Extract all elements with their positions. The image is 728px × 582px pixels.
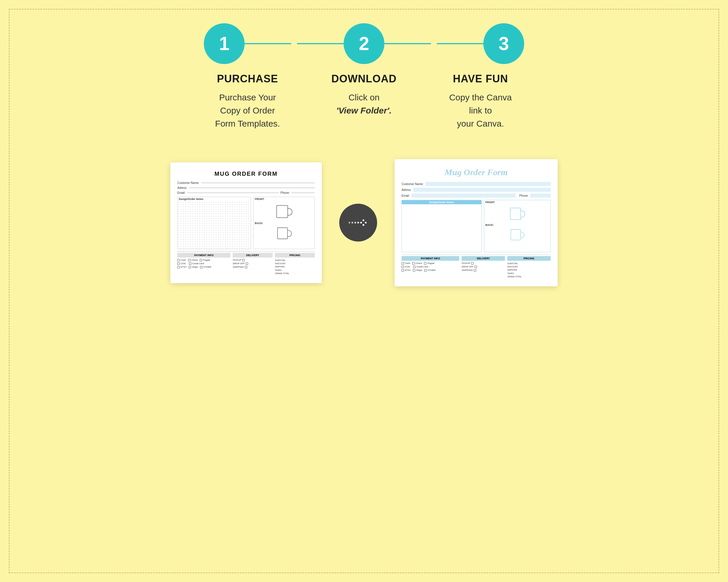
step-2-container: 2 DOWNLOAD Click on 'View Folder'. [306,23,422,117]
styled-dropoff-box[interactable] [475,266,477,268]
plain-dropoff-box[interactable] [246,262,248,265]
svg-rect-0 [277,205,288,218]
arrow-circle [339,204,377,242]
plain-form-title: MUG ORDER FORM [177,170,315,177]
step-3-desc: Copy the Canva link to your Canva. [449,91,512,130]
styled-pricing-rows: SUBTOTAL DISCOUNT SHIPPING TAXES GRAND T… [507,262,551,278]
svg-rect-11 [511,230,521,240]
steps-section: 1 PURCHASE Purchase Your Copy of Order F… [0,23,728,130]
step-2-desc-line1: Click on [348,92,380,102]
styled-cb-cod: COD Credit Card [401,266,459,268]
styled-grid-section: Design/Order Notes FRONT: BACK: [401,200,551,252]
styled-cb-cod-box[interactable] [401,266,404,268]
styled-mug-back-svg [510,228,525,242]
plain-mug-front [254,204,314,220]
step-1-desc: Purchase Your Copy of Order Form Templat… [215,91,280,130]
plain-cb-paypal-label: Paypal [203,259,210,261]
svg-point-7 [363,219,364,221]
plain-cb-paypal-box[interactable] [200,259,202,261]
step-1-circle: 1 [204,23,244,64]
svg-point-8 [365,222,367,223]
styled-delivery-dropoff: DROP OFF [462,266,505,268]
styled-customer-name-row: Customer Name: [401,182,551,186]
svg-point-5 [357,222,359,223]
plain-pricing-shipping: SHIPPING [275,265,315,268]
styled-pricing-subtotal: SUBTOTAL [507,262,551,265]
arrow-icon [346,215,370,230]
styled-cb-etsy-box[interactable] [401,269,404,272]
styled-cb-cc-box[interactable] [413,266,416,268]
styled-cb-stripe-box[interactable] [413,269,415,272]
step-2-desc: Click on 'View Folder'. [336,91,392,117]
plain-cb-etsy-box[interactable] [177,266,180,268]
plain-grid-section: Design/Order Notes FRONT: BACK: [177,197,315,249]
styled-customer-name-label: Customer Name: [401,183,424,186]
svg-rect-1 [278,228,288,239]
plain-cb-cod-box[interactable] [177,262,180,265]
styled-phone-label: Phone: [519,194,528,197]
styled-address-label: Adress: [401,188,412,192]
svg-point-6 [360,222,362,223]
plain-email-phone-row: Email: Phone: [177,191,315,194]
plain-pricing-taxes: TAXES [275,269,315,272]
styled-cb-etsy-label: ETSY [405,269,411,272]
styled-cb-check-label: Check [416,262,422,265]
styled-cb-cod-label: COD [405,266,410,268]
styled-shipping-label: SHIPPING [462,269,473,272]
plain-mug-area: FRONT: BACK: [253,197,315,249]
step-2-circle: 2 [344,23,384,64]
styled-pickup-box[interactable] [471,262,473,265]
plain-cb-cash-box[interactable] [177,259,180,261]
styled-address-input [413,188,551,192]
styled-cb-check-box[interactable] [412,262,415,265]
plain-cb-etsy-label: ETSY [181,266,187,268]
plain-shipping-box[interactable] [245,266,247,268]
styled-pricing-grandtotal: GRAND TOTAL [507,275,551,278]
styled-cb-cash-label: Cash [405,262,410,265]
plain-address-line [189,188,315,188]
step-2-desc-bold: 'View Folder'. [336,106,392,115]
plain-pickup-box[interactable] [242,259,244,261]
styled-form-title: Mug Order Form [401,167,551,177]
step-1-desc-line2: Copy of Order [220,106,275,115]
svg-point-4 [355,222,356,223]
step-3-circle-row: 3 [422,23,539,64]
styled-cb-paypal-box[interactable] [424,262,426,265]
plain-cb-cod-label: COD [181,262,186,265]
step-1-desc-line3: Form Templates. [215,119,280,128]
plain-payment-col: PAYMENT INFO Cash Check Paypal COD Credi… [177,253,230,275]
plain-front-label: FRONT: [254,197,314,201]
plain-customer-name-line [201,183,315,183]
styled-pricing-discount: DISCOUNT [507,265,551,268]
plain-design-notes-box: Design/Order Notes [177,197,251,249]
styled-design-notes-box: Design/Order Notes [401,200,482,252]
plain-delivery-items: PICKUP DROP OFF SHIPPING [233,259,272,268]
plain-cb-check-box[interactable] [188,259,190,261]
styled-email-phone-row: Email: Phone: [401,194,551,198]
main-content: 1 PURCHASE Purchase Your Copy of Order F… [0,0,728,286]
plain-cb-cc-box[interactable] [189,262,191,265]
styled-cb-cash: Cash Check Paypal [401,262,459,265]
plain-pricing-discount: DISCOUNT [275,262,315,265]
plain-delivery-pickup: PICKUP [233,259,272,261]
plain-pricing-col: PRICING SUBTOTAL DISCOUNT SHIPPING TAXES… [275,253,315,275]
styled-design-notes-label: Design/Order Notes [402,200,482,204]
plain-cb-other-box[interactable] [200,266,202,268]
svg-point-2 [348,222,350,223]
step-1-circle-row: 1 [189,23,306,64]
plain-cb-cash-label: Cash [181,259,186,261]
styled-form-card: Mug Order Form Customer Name: Adress: Em… [395,159,557,286]
plain-email-label: Email: [177,191,185,194]
styled-email-input [412,194,516,198]
styled-payment-header: PAYMENT INFO [401,256,459,261]
step-3-desc-line3: your Canva. [457,119,504,128]
styled-customer-name-input [425,182,551,186]
styled-shipping-box[interactable] [474,269,476,272]
plain-cb-cc-label: Credit Card [192,262,204,265]
styled-cb-other-box[interactable] [424,269,426,272]
plain-cb-stripe-box[interactable] [189,266,191,268]
plain-cb-other-label: OTHER [203,266,211,268]
styled-mug-back [484,228,550,242]
forms-section: MUG ORDER FORM Customer Name: Adress: Em… [171,159,557,286]
styled-cb-cash-box[interactable] [401,262,404,265]
